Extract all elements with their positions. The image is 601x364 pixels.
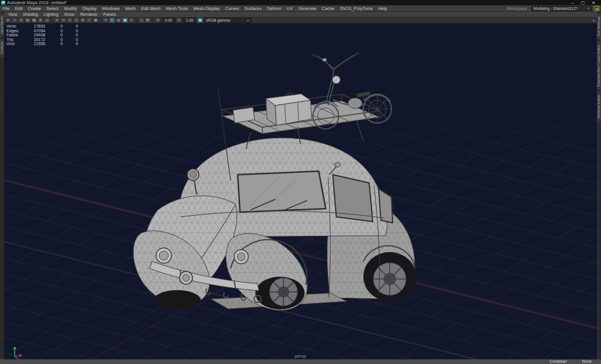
menu-mesh-display[interactable]: Mesh Display <box>191 5 222 12</box>
isolate-select-icon[interactable]: ◻ <box>139 18 144 23</box>
hud-c3: 0 <box>63 33 78 38</box>
ssao-icon[interactable]: ◍ <box>116 18 121 23</box>
pan-zoom-icon[interactable]: ⊕ <box>38 18 43 23</box>
shadows-icon[interactable]: ◐ <box>109 18 115 23</box>
hud-c3: 0 <box>63 42 78 46</box>
maya-app-icon: M <box>1 1 5 5</box>
container-label: Container <box>549 359 566 364</box>
right-dock-tab-tool-settings[interactable]: Tool Settings <box>597 13 601 39</box>
gamma-field[interactable]: 1.00 <box>183 18 197 23</box>
menu-surfaces[interactable]: Surfaces <box>242 5 265 12</box>
menu-mesh[interactable]: Mesh <box>123 5 139 12</box>
resolution-gate-icon[interactable]: ▯ <box>67 18 73 23</box>
hud-row-edges: Edges:4705400 <box>6 29 78 33</box>
lock-camera-icon[interactable]: ▪ <box>12 18 18 23</box>
panel-menu-bar: ViewShadingLightingShowRendererPanels <box>4 12 597 17</box>
menu-generate[interactable]: Generate <box>295 5 319 12</box>
menu-zhcg-polytools[interactable]: ZhCG_PolyTools <box>337 5 375 12</box>
panel-menu-lighting[interactable]: Lighting <box>41 12 62 17</box>
workspace-dropdown[interactable]: Modeling - Standard112* ▼ <box>531 6 592 11</box>
toolbar-separator <box>52 18 52 23</box>
view-transform-dropdown[interactable]: sRGB gamma ▼ <box>204 18 252 23</box>
panel-menu-show[interactable]: Show <box>61 12 77 17</box>
right-dock-strip: Tool SettingsChannel Box / Layer EditorA… <box>597 12 601 359</box>
poly-count-hud: Verts:1789300Edges:4705400Faces:2940800T… <box>6 24 78 46</box>
exposure-icon[interactable]: ✶ <box>155 18 161 23</box>
view-transform-value: sRGB gamma <box>206 18 230 22</box>
motion-blur-icon[interactable]: ≈ <box>129 18 134 23</box>
menu-file[interactable]: File <box>0 5 12 12</box>
hud-label: Edges: <box>6 29 24 33</box>
color-management-icon[interactable]: ▣ <box>197 18 203 23</box>
gate-mask-icon[interactable]: ◫ <box>73 18 79 23</box>
hud-total: 17893 <box>24 24 45 29</box>
film-gate-icon[interactable]: ▭ <box>60 18 66 23</box>
perspective-viewport[interactable]: Verts:1789300Edges:4705400Faces:2940800T… <box>4 23 597 359</box>
left-dock-tab-hard-mesh[interactable]: Hard Mesh <box>0 13 4 36</box>
hud-c3: 0 <box>63 29 78 33</box>
hud-c2: 0 <box>45 24 63 29</box>
hud-total: 21555 <box>24 42 45 46</box>
maximize-button[interactable]: ▢ <box>581 0 585 5</box>
menu-mesh-tools[interactable]: Mesh Tools <box>163 5 191 12</box>
toolbar-separator <box>153 18 153 23</box>
menu-deform[interactable]: Deform <box>264 5 284 12</box>
menu-curves[interactable]: Curves <box>222 5 242 12</box>
menu-edit-mesh[interactable]: Edit Mesh <box>139 5 163 12</box>
minimize-button[interactable]: – <box>572 0 574 5</box>
camera-attributes-icon[interactable]: ≡ <box>18 18 24 23</box>
select-camera-icon[interactable]: ▸ <box>5 18 11 23</box>
workspace-label: Workspace : <box>507 6 529 11</box>
safe-title-icon[interactable]: ▣ <box>93 18 99 23</box>
panel-menu-view[interactable]: View <box>5 12 20 17</box>
menu-select[interactable]: Select <box>44 5 62 12</box>
viewport-3d-scene <box>4 23 597 359</box>
oversampling-icon[interactable]: ◎ <box>44 18 50 23</box>
hud-total: 30172 <box>24 38 45 42</box>
hud-row-tris: Tris:3017200 <box>6 38 78 42</box>
bookmarks-icon[interactable]: ▤ <box>25 18 31 23</box>
workspace-lock-icon[interactable] <box>594 6 599 11</box>
grid-icon[interactable]: # <box>54 18 60 23</box>
menu-uv[interactable]: UV <box>284 5 295 12</box>
hud-label: Faces: <box>6 33 24 38</box>
menu-create[interactable]: Create <box>25 5 44 12</box>
exposure-field[interactable]: 0.00 <box>161 18 175 23</box>
default-lighting-icon[interactable]: ☀ <box>103 18 109 23</box>
menu-cache[interactable]: Cache <box>319 5 337 12</box>
menu-modify[interactable]: Modify <box>61 5 79 12</box>
gamma-icon[interactable]: γ <box>176 18 182 23</box>
hud-c2: 0 <box>45 29 63 33</box>
right-dock-tab-attribute-editor[interactable]: Attribute Editor <box>597 92 601 121</box>
menu-edit[interactable]: Edit <box>12 5 25 12</box>
toolbar-overflow-icon[interactable]: ▾ <box>593 18 596 22</box>
maya-application-window: M Autodesk Maya 2018: untitled* – ▢ ✕ Fi… <box>0 0 601 364</box>
hud-c3: 0 <box>63 24 78 29</box>
close-button[interactable]: ✕ <box>592 0 595 5</box>
anti-aliasing-icon[interactable]: ◉ <box>122 18 128 23</box>
hud-c2: 0 <box>45 42 63 46</box>
main-menu-bar: FileEditCreateSelectModifyDisplayWindows… <box>0 5 601 12</box>
hud-total: 47054 <box>24 29 45 33</box>
panel-menu-renderer[interactable]: Renderer <box>77 12 100 17</box>
menu-windows[interactable]: Windows <box>99 5 122 12</box>
hud-label: Verts: <box>6 24 24 29</box>
hud-label: Tris: <box>6 38 24 42</box>
xray-icon[interactable]: ◩ <box>145 18 151 23</box>
safe-action-icon[interactable]: □ <box>86 18 92 23</box>
panel-menu-shading[interactable]: Shading <box>20 12 41 17</box>
image-plane-icon[interactable]: ▦ <box>31 18 37 23</box>
rear-wheel <box>373 263 406 295</box>
field-chart-icon[interactable]: ⊞ <box>80 18 86 23</box>
menu-display[interactable]: Display <box>80 5 100 12</box>
left-dock-tab-outliner[interactable]: Outliner <box>0 39 4 57</box>
container-value[interactable]: None <box>582 359 592 364</box>
workspace-value: Modeling - Standard112* <box>534 6 578 11</box>
hud-c2: 0 <box>45 33 63 38</box>
viewport-toolbar: ▸▪≡▤▦⊕◎#▭▯◫⊞□▣☀◐◍◉≈◻◩✶ 0.00 γ 1.00 ▣ sRG… <box>4 17 597 23</box>
right-dock-tab-channel-box-layer-editor[interactable]: Channel Box / Layer Editor <box>597 42 601 90</box>
menu-help[interactable]: Help <box>376 5 390 12</box>
panel-menu-panels[interactable]: Panels <box>100 12 119 17</box>
left-wheel-arch <box>154 290 201 310</box>
hud-c3: 0 <box>63 38 78 42</box>
